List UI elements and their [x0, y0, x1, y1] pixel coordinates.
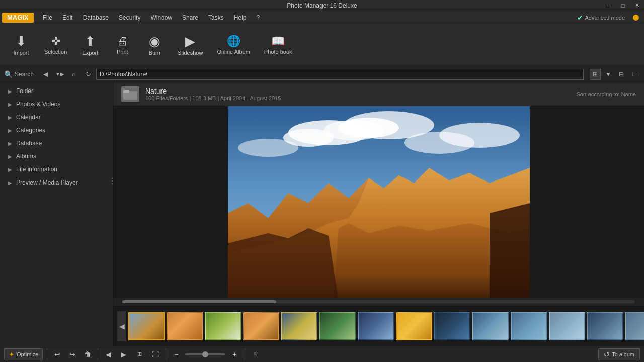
path-input[interactable]	[96, 69, 584, 80]
svg-point-9	[439, 123, 520, 148]
photo-book-label: Photo book	[264, 49, 292, 55]
resize-handle[interactable]	[112, 171, 114, 191]
sidebar-item-photos-videos[interactable]: ▶ Photos & Videos	[0, 98, 113, 111]
photo-book-icon: 📖	[271, 36, 285, 47]
info-button[interactable]: ⊞	[132, 348, 146, 360]
thumbnail-6[interactable]	[319, 312, 356, 340]
grid-view-button[interactable]: ⊞	[590, 69, 601, 80]
thumbnail-2[interactable]	[167, 312, 203, 340]
to-album-button[interactable]: ↺ To album	[598, 348, 640, 360]
back-button[interactable]: ◀	[40, 68, 52, 80]
thumbnail-8[interactable]	[396, 312, 432, 340]
online-album-button[interactable]: 🌐 Online Album	[211, 27, 256, 63]
to-album-label: To album	[612, 351, 634, 357]
title-bar: Photo Manager 16 Deluxe ─ □ ✕	[0, 0, 644, 11]
zoom-in-button[interactable]: +	[228, 348, 240, 360]
sidebar-item-preview-media-player[interactable]: ▶ Preview / Media Player	[0, 176, 113, 189]
home-button[interactable]: ⌂	[68, 68, 80, 80]
app-title: Photo Manager 16 Deluxe	[287, 2, 357, 9]
toolbar: ⬇ Import ✜ Selection ⬆ Export 🖨 Print ◉ …	[0, 24, 644, 66]
undo-button[interactable]: ↩	[51, 348, 63, 360]
separator-3	[166, 348, 166, 360]
prev-button[interactable]: ◀	[102, 348, 114, 360]
sort-button[interactable]: ▼	[603, 69, 614, 80]
scroll-track[interactable]	[122, 300, 635, 303]
menu-edit[interactable]: Edit	[57, 11, 78, 24]
scroll-bar[interactable]	[113, 298, 644, 306]
selection-label: Selection	[44, 49, 67, 55]
folder-info: Nature 100 Files/Folders | 108.3 MB | Ap…	[145, 87, 281, 101]
sort-label: Sort according to: Name	[576, 91, 636, 97]
menu-help[interactable]: Help	[229, 11, 252, 24]
thumbnail-3[interactable]	[205, 312, 241, 340]
sidebar-item-file-information[interactable]: ▶ File information	[0, 163, 113, 176]
slideshow-button[interactable]: ▶ Slideshow	[172, 27, 209, 63]
thumbnail-10[interactable]	[472, 312, 509, 340]
redo-button[interactable]: ↪	[66, 348, 78, 360]
arrow-icon: ▶	[8, 167, 12, 172]
forward-button[interactable]: ▼▶	[54, 68, 66, 80]
menu-database[interactable]: Database	[78, 11, 114, 24]
zoom-out-button[interactable]: −	[170, 348, 182, 360]
arrow-icon: ▶	[8, 154, 12, 159]
sidebar-item-calendar[interactable]: ▶ Calendar	[0, 111, 113, 124]
close-button[interactable]: ✕	[630, 0, 644, 11]
logo-button[interactable]: MAGIX	[2, 13, 34, 23]
import-button[interactable]: ⬇ Import	[6, 27, 36, 63]
sidebar-item-categories[interactable]: ▶ Categories	[0, 124, 113, 137]
print-button[interactable]: 🖨 Print	[107, 27, 137, 63]
thumbnail-5[interactable]	[281, 312, 317, 340]
menu-file[interactable]: File	[38, 11, 57, 24]
restore-button[interactable]: □	[616, 0, 630, 11]
adjust-button[interactable]: ≋	[249, 348, 261, 360]
content-area: Nature 100 Files/Folders | 108.3 MB | Ap…	[113, 82, 644, 346]
advanced-mode: ✔ Advanced mode	[577, 14, 625, 22]
thumbnail-11[interactable]	[511, 312, 547, 340]
folder-header: Nature 100 Files/Folders | 108.3 MB | Ap…	[113, 82, 644, 106]
fullscreen-button[interactable]: ⛶	[149, 348, 162, 360]
scroll-thumb[interactable]	[122, 300, 276, 303]
arrow-icon: ▶	[8, 102, 12, 107]
thumbnail-13[interactable]	[587, 312, 623, 340]
burn-icon: ◉	[149, 35, 160, 48]
preview-area[interactable]	[113, 106, 644, 298]
svg-rect-1	[123, 90, 129, 93]
sidebar-item-albums[interactable]: ▶ Albums	[0, 150, 113, 163]
arrow-icon: ▶	[8, 180, 12, 186]
optimize-button[interactable]: ✦ Optimize	[4, 348, 43, 360]
photo-book-button[interactable]: 📖 Photo book	[258, 27, 298, 63]
zoom-slider[interactable]	[185, 353, 225, 355]
burn-button[interactable]: ◉ Burn	[139, 27, 170, 63]
view-options-button[interactable]: ⊟	[616, 69, 627, 80]
thumbnail-4[interactable]	[243, 312, 279, 340]
thumbnail-14[interactable]	[625, 312, 644, 340]
search-area: 🔍 Search	[4, 70, 34, 78]
svg-marker-14	[490, 203, 530, 298]
scroll-left-button[interactable]: ◀	[117, 311, 126, 341]
delete-button[interactable]: 🗑	[82, 348, 94, 360]
menu-tasks[interactable]: Tasks	[203, 11, 229, 24]
export-button[interactable]: ⬆ Export	[75, 27, 105, 63]
arrow-icon: ▶	[8, 141, 12, 146]
refresh-button[interactable]: ↻	[82, 68, 94, 80]
minimize-button[interactable]: ─	[602, 0, 616, 11]
thumbnail-12[interactable]	[549, 312, 585, 340]
thumbnail-1[interactable]	[128, 312, 165, 340]
selection-button[interactable]: ✜ Selection	[38, 27, 73, 63]
next-button[interactable]: ▶	[117, 348, 129, 360]
menu-security[interactable]: Security	[114, 11, 145, 24]
sidebar-item-folder[interactable]: ▶ Folder	[0, 84, 113, 98]
thumbnail-9[interactable]	[434, 312, 470, 340]
menu-window[interactable]: Window	[145, 11, 177, 24]
menu-share[interactable]: Share	[177, 11, 203, 24]
bottom-toolbar: ✦ Optimize ↩ ↪ 🗑 ◀ ▶ ⊞ ⛶ − + ≋ ↺ To albu…	[0, 346, 644, 362]
to-album-icon: ↺	[604, 350, 610, 358]
separator-2	[98, 348, 98, 360]
status-indicator	[633, 15, 639, 21]
thumbnail-7[interactable]	[358, 312, 394, 340]
search-label[interactable]: Search	[15, 71, 34, 78]
info-view-button[interactable]: □	[629, 69, 640, 80]
menu-question[interactable]: ?	[251, 11, 265, 24]
zoom-handle[interactable]	[202, 351, 208, 357]
sidebar-item-database[interactable]: ▶ Database	[0, 137, 113, 150]
